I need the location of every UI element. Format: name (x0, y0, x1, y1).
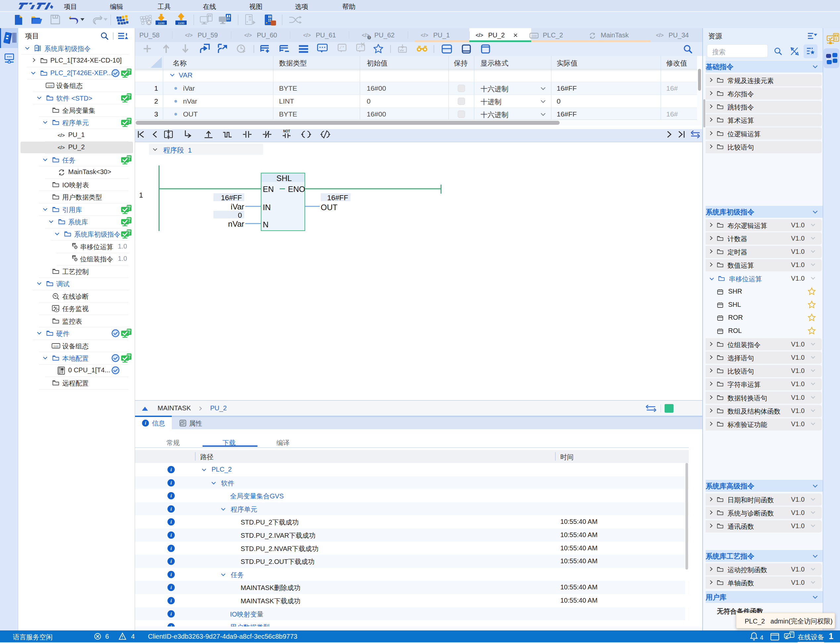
svg-text:1100: 1100 (53, 344, 59, 348)
svg-text:1100: 1100 (531, 34, 537, 38)
svg-text:1100: 1100 (47, 84, 53, 87)
svg-text:NOT: NOT (283, 129, 290, 133)
svg-text:1100: 1100 (158, 21, 164, 25)
svg-text:/*: /* (339, 45, 344, 50)
svg-text:1100: 1100 (178, 21, 184, 25)
